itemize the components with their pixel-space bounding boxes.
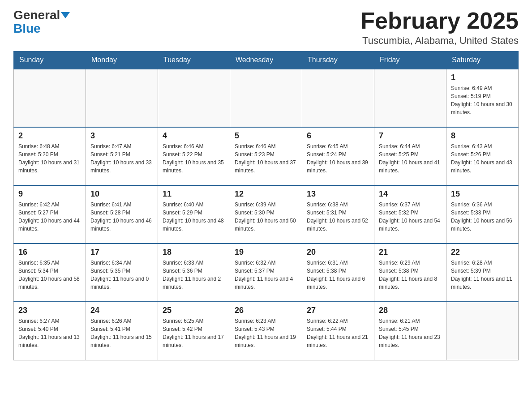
- calendar-cell: 12Sunrise: 6:39 AMSunset: 5:30 PMDayligh…: [230, 185, 302, 244]
- logo-general-text: General: [13, 9, 60, 21]
- day-number: 10: [90, 189, 153, 199]
- calendar-cell: 3Sunrise: 6:47 AMSunset: 5:21 PMDaylight…: [86, 127, 158, 185]
- day-info: Sunrise: 6:46 AMSunset: 5:22 PMDaylight:…: [163, 142, 225, 175]
- calendar-cell: [86, 69, 158, 127]
- day-info: Sunrise: 6:43 AMSunset: 5:26 PMDaylight:…: [451, 142, 514, 175]
- day-number: 2: [18, 131, 81, 141]
- day-info: Sunrise: 6:41 AMSunset: 5:28 PMDaylight:…: [90, 201, 153, 233]
- calendar-table: SundayMondayTuesdayWednesdayThursdayFrid…: [13, 51, 519, 360]
- day-number: 26: [235, 306, 297, 315]
- day-number: 21: [379, 248, 442, 257]
- calendar-cell: 25Sunrise: 6:25 AMSunset: 5:42 PMDayligh…: [158, 302, 230, 360]
- day-info: Sunrise: 6:38 AMSunset: 5:31 PMDaylight:…: [307, 201, 369, 233]
- calendar-cell: 15Sunrise: 6:36 AMSunset: 5:33 PMDayligh…: [446, 185, 519, 244]
- day-info: Sunrise: 6:45 AMSunset: 5:24 PMDaylight:…: [307, 142, 369, 175]
- week-row-2: 2Sunrise: 6:48 AMSunset: 5:20 PMDaylight…: [14, 127, 519, 185]
- calendar-cell: 27Sunrise: 6:22 AMSunset: 5:44 PMDayligh…: [302, 302, 374, 360]
- day-header-friday: Friday: [374, 51, 446, 69]
- day-number: 8: [451, 131, 514, 141]
- calendar-cell: 20Sunrise: 6:31 AMSunset: 5:38 PMDayligh…: [302, 244, 374, 302]
- day-number: 9: [18, 189, 81, 199]
- calendar-cell: [158, 69, 230, 127]
- day-number: 7: [379, 131, 442, 141]
- day-info: Sunrise: 6:47 AMSunset: 5:21 PMDaylight:…: [90, 142, 153, 175]
- day-info: Sunrise: 6:49 AMSunset: 5:19 PMDaylight:…: [451, 84, 514, 116]
- day-number: 20: [307, 248, 369, 257]
- day-header-monday: Monday: [86, 51, 158, 69]
- day-header-sunday: Sunday: [14, 51, 86, 69]
- day-info: Sunrise: 6:28 AMSunset: 5:39 PMDaylight:…: [451, 259, 514, 291]
- day-number: 25: [163, 306, 225, 315]
- day-info: Sunrise: 6:21 AMSunset: 5:45 PMDaylight:…: [379, 317, 442, 349]
- day-number: 23: [18, 306, 81, 315]
- calendar-cell: 14Sunrise: 6:37 AMSunset: 5:32 PMDayligh…: [374, 185, 446, 244]
- calendar-cell: 16Sunrise: 6:35 AMSunset: 5:34 PMDayligh…: [14, 244, 86, 302]
- week-row-5: 23Sunrise: 6:27 AMSunset: 5:40 PMDayligh…: [14, 302, 519, 360]
- calendar-cell: 18Sunrise: 6:33 AMSunset: 5:36 PMDayligh…: [158, 244, 230, 302]
- calendar-cell: 13Sunrise: 6:38 AMSunset: 5:31 PMDayligh…: [302, 185, 374, 244]
- week-row-1: 1Sunrise: 6:49 AMSunset: 5:19 PMDaylight…: [14, 69, 519, 127]
- day-info: Sunrise: 6:27 AMSunset: 5:40 PMDaylight:…: [18, 317, 81, 349]
- day-info: Sunrise: 6:23 AMSunset: 5:43 PMDaylight:…: [235, 317, 297, 349]
- day-number: 16: [18, 248, 81, 257]
- page-header: General Blue February 2025 Tuscumbia, Al…: [13, 9, 519, 47]
- day-info: Sunrise: 6:22 AMSunset: 5:44 PMDaylight:…: [307, 317, 369, 349]
- calendar-cell: 22Sunrise: 6:28 AMSunset: 5:39 PMDayligh…: [446, 244, 519, 302]
- day-number: 27: [307, 306, 369, 315]
- day-info: Sunrise: 6:36 AMSunset: 5:33 PMDaylight:…: [451, 201, 514, 233]
- day-number: 5: [235, 131, 297, 141]
- calendar-cell: 24Sunrise: 6:26 AMSunset: 5:41 PMDayligh…: [86, 302, 158, 360]
- day-info: Sunrise: 6:37 AMSunset: 5:32 PMDaylight:…: [379, 201, 442, 233]
- calendar-cell: 19Sunrise: 6:32 AMSunset: 5:37 PMDayligh…: [230, 244, 302, 302]
- calendar-cell: 17Sunrise: 6:34 AMSunset: 5:35 PMDayligh…: [86, 244, 158, 302]
- calendar-cell: 1Sunrise: 6:49 AMSunset: 5:19 PMDaylight…: [446, 69, 519, 127]
- calendar-cell: 5Sunrise: 6:46 AMSunset: 5:23 PMDaylight…: [230, 127, 302, 185]
- day-header-thursday: Thursday: [302, 51, 374, 69]
- week-row-4: 16Sunrise: 6:35 AMSunset: 5:34 PMDayligh…: [14, 244, 519, 302]
- day-number: 17: [90, 248, 153, 257]
- day-number: 22: [451, 248, 514, 257]
- day-number: 11: [163, 189, 225, 199]
- day-header-saturday: Saturday: [446, 51, 519, 69]
- calendar-cell: 9Sunrise: 6:42 AMSunset: 5:27 PMDaylight…: [14, 185, 86, 244]
- calendar-cell: 7Sunrise: 6:44 AMSunset: 5:25 PMDaylight…: [374, 127, 446, 185]
- calendar-cell: [230, 69, 302, 127]
- calendar-cell: 26Sunrise: 6:23 AMSunset: 5:43 PMDayligh…: [230, 302, 302, 360]
- day-number: 18: [163, 248, 225, 257]
- day-number: 4: [163, 131, 225, 141]
- day-info: Sunrise: 6:34 AMSunset: 5:35 PMDaylight:…: [90, 259, 153, 291]
- calendar-cell: 8Sunrise: 6:43 AMSunset: 5:26 PMDaylight…: [446, 127, 519, 185]
- logo-triangle-icon: [61, 12, 70, 18]
- week-row-3: 9Sunrise: 6:42 AMSunset: 5:27 PMDaylight…: [14, 185, 519, 244]
- day-number: 12: [235, 189, 297, 199]
- day-info: Sunrise: 6:26 AMSunset: 5:41 PMDaylight:…: [90, 317, 153, 349]
- calendar-cell: 6Sunrise: 6:45 AMSunset: 5:24 PMDaylight…: [302, 127, 374, 185]
- day-number: 14: [379, 189, 442, 199]
- title-section: February 2025 Tuscumbia, Alabama, United…: [360, 9, 519, 47]
- day-number: 1: [451, 73, 514, 82]
- calendar-cell: 10Sunrise: 6:41 AMSunset: 5:28 PMDayligh…: [86, 185, 158, 244]
- calendar-cell: 4Sunrise: 6:46 AMSunset: 5:22 PMDaylight…: [158, 127, 230, 185]
- day-info: Sunrise: 6:31 AMSunset: 5:38 PMDaylight:…: [307, 259, 369, 291]
- day-info: Sunrise: 6:46 AMSunset: 5:23 PMDaylight:…: [235, 142, 297, 175]
- day-info: Sunrise: 6:35 AMSunset: 5:34 PMDaylight:…: [18, 259, 81, 291]
- calendar-cell: 28Sunrise: 6:21 AMSunset: 5:45 PMDayligh…: [374, 302, 446, 360]
- day-info: Sunrise: 6:25 AMSunset: 5:42 PMDaylight:…: [163, 317, 225, 349]
- day-number: 24: [90, 306, 153, 315]
- calendar-cell: [374, 69, 446, 127]
- day-info: Sunrise: 6:48 AMSunset: 5:20 PMDaylight:…: [18, 142, 81, 175]
- day-info: Sunrise: 6:40 AMSunset: 5:29 PMDaylight:…: [163, 201, 225, 233]
- calendar-cell: 2Sunrise: 6:48 AMSunset: 5:20 PMDaylight…: [14, 127, 86, 185]
- day-info: Sunrise: 6:39 AMSunset: 5:30 PMDaylight:…: [235, 201, 297, 233]
- day-number: 13: [307, 189, 369, 199]
- day-number: 15: [451, 189, 514, 199]
- calendar-cell: 23Sunrise: 6:27 AMSunset: 5:40 PMDayligh…: [14, 302, 86, 360]
- calendar-header-row: SundayMondayTuesdayWednesdayThursdayFrid…: [14, 51, 519, 69]
- day-header-wednesday: Wednesday: [230, 51, 302, 69]
- day-info: Sunrise: 6:32 AMSunset: 5:37 PMDaylight:…: [235, 259, 297, 291]
- day-info: Sunrise: 6:29 AMSunset: 5:38 PMDaylight:…: [379, 259, 442, 291]
- day-number: 6: [307, 131, 369, 141]
- day-header-tuesday: Tuesday: [158, 51, 230, 69]
- day-number: 19: [235, 248, 297, 257]
- calendar-cell: 21Sunrise: 6:29 AMSunset: 5:38 PMDayligh…: [374, 244, 446, 302]
